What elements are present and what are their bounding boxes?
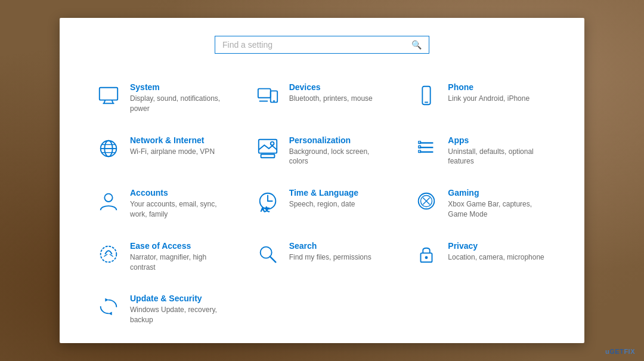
svg-rect-15: [258, 139, 276, 153]
privacy-icon: [413, 241, 439, 267]
setting-item-privacy[interactable]: PrivacyLocation, camera, microphone: [401, 230, 561, 283]
watermark: uGETFIX: [605, 348, 635, 355]
settings-grid: SystemDisplay, sound, notifications, pow…: [83, 72, 561, 336]
setting-title-privacy: Privacy: [448, 241, 544, 251]
ease-icon: [95, 241, 122, 267]
setting-item-system[interactable]: SystemDisplay, sound, notifications, pow…: [83, 72, 243, 125]
setting-desc-apps: Uninstall, defaults, optional features: [448, 147, 549, 167]
personalization-icon: [255, 135, 281, 162]
setting-title-system: System: [130, 82, 231, 92]
setting-desc-accounts: Your accounts, email, sync, work, family: [130, 199, 231, 220]
search-icon: [255, 241, 281, 267]
system-icon: [95, 82, 122, 109]
svg-rect-21: [419, 141, 421, 143]
svg-point-7: [273, 100, 275, 102]
svg-point-33: [101, 246, 117, 262]
svg-line-35: [110, 254, 113, 257]
setting-title-accounts: Accounts: [130, 188, 231, 198]
setting-desc-search: Find my files, permissions: [289, 252, 371, 263]
setting-title-devices: Devices: [289, 82, 373, 92]
setting-desc-time: Speech, region, date: [289, 199, 358, 209]
setting-desc-ease: Narrator, magnifier, high contrast: [130, 252, 231, 273]
setting-item-gaming[interactable]: GamingXbox Game Bar, captures, Game Mode: [401, 177, 561, 230]
svg-point-24: [104, 194, 112, 202]
gaming-icon: [413, 188, 439, 214]
network-icon: [95, 135, 122, 162]
settings-window: 🔍 SystemDisplay, sound, notifications, p…: [60, 18, 584, 343]
svg-rect-0: [100, 88, 117, 100]
setting-item-accounts[interactable]: AccountsYour accounts, email, sync, work…: [83, 177, 243, 230]
setting-item-time[interactable]: A文 Time & LanguageSpeech, region, date: [243, 177, 402, 230]
svg-rect-22: [419, 146, 421, 148]
setting-item-apps[interactable]: AppsUninstall, defaults, optional featur…: [401, 125, 561, 178]
setting-desc-gaming: Xbox Game Bar, captures, Game Mode: [448, 199, 549, 220]
setting-title-search: Search: [289, 241, 371, 251]
setting-item-phone[interactable]: PhoneLink your Android, iPhone: [401, 72, 561, 125]
setting-item-search[interactable]: SearchFind my files, permissions: [243, 230, 402, 283]
search-bar-container: 🔍: [215, 36, 429, 54]
setting-item-update[interactable]: Update & SecurityWindows Update, recover…: [83, 283, 243, 336]
setting-title-time: Time & Language: [289, 188, 358, 198]
time-icon: A文: [255, 188, 281, 214]
svg-rect-17: [261, 154, 274, 158]
setting-title-gaming: Gaming: [448, 188, 549, 198]
setting-item-devices[interactable]: DevicesBluetooth, printers, mouse: [243, 72, 402, 125]
setting-desc-system: Display, sound, notifications, power: [130, 94, 231, 114]
search-bar: 🔍: [215, 36, 429, 54]
setting-item-personalization[interactable]: PersonalizationBackground, lock screen, …: [243, 125, 402, 178]
svg-text:A文: A文: [261, 206, 270, 212]
update-icon: [95, 294, 122, 320]
setting-desc-personalization: Background, lock screen, colors: [289, 147, 390, 167]
svg-point-39: [425, 256, 428, 259]
accounts-icon: [95, 188, 122, 214]
setting-title-phone: Phone: [448, 82, 530, 92]
svg-rect-23: [419, 150, 421, 152]
setting-desc-network: Wi-Fi, airplane mode, VPN: [130, 147, 215, 157]
setting-item-ease[interactable]: Ease of AccessNarrator, magnifier, high …: [83, 230, 243, 283]
search-icon: 🔍: [411, 40, 422, 50]
setting-title-network: Network & Internet: [130, 135, 215, 145]
svg-point-16: [270, 141, 274, 145]
setting-desc-update: Windows Update, recovery, backup: [130, 305, 231, 325]
devices-icon: [255, 82, 281, 109]
svg-line-34: [104, 254, 107, 257]
phone-icon: [413, 82, 439, 109]
setting-desc-phone: Link your Android, iPhone: [448, 94, 530, 104]
setting-title-apps: Apps: [448, 135, 549, 145]
svg-rect-4: [258, 89, 271, 98]
setting-title-personalization: Personalization: [289, 135, 390, 145]
setting-item-network[interactable]: Network & InternetWi-Fi, airplane mode, …: [83, 125, 243, 178]
svg-line-37: [270, 257, 275, 263]
setting-title-ease: Ease of Access: [130, 241, 231, 251]
setting-desc-privacy: Location, camera, microphone: [448, 252, 544, 263]
setting-title-update: Update & Security: [130, 294, 231, 303]
setting-desc-devices: Bluetooth, printers, mouse: [289, 94, 373, 104]
apps-icon: [413, 135, 439, 162]
search-input[interactable]: [222, 40, 411, 50]
